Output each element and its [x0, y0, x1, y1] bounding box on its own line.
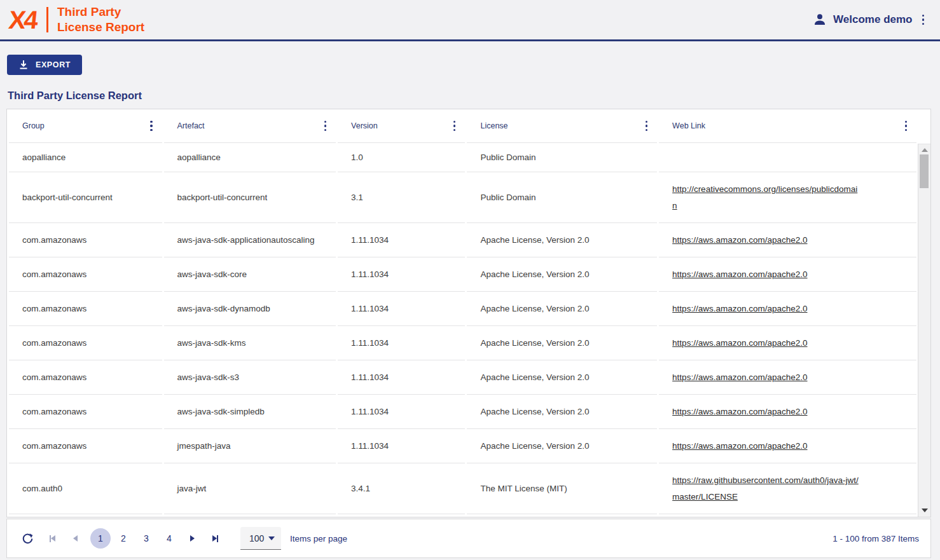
web-link[interactable]: https://raw.githubusercontent.com/auth0/… [672, 472, 861, 505]
pagination-bar: 1234 100 Items per page 1 - 100 from 387… [6, 519, 931, 558]
previous-page-icon[interactable] [67, 531, 83, 546]
cell-artefact: aws-java-sdk-dynamodb [164, 292, 336, 326]
cell-weblink: https://raw.githubusercontent.com/auth0/… [659, 463, 916, 514]
table-header-row: GroupArtefactVersionLicenseWeb Link [9, 109, 916, 143]
cell-artefact: backport-util-concurrent [164, 172, 336, 223]
table-row: com.amazonawsaws-java-sdk-core1.11.1034A… [9, 257, 916, 292]
items-per-page-value: 100 [249, 533, 264, 543]
cell-weblink: https://aws.amazon.com/apache2.0 [659, 257, 916, 292]
first-page-icon[interactable] [45, 531, 60, 546]
items-per-page-label: Items per page [290, 534, 347, 543]
cell-version: 1.11.1034 [338, 429, 465, 463]
column-header-label: License [480, 121, 508, 130]
cell-group: com.amazonaws [9, 429, 162, 463]
cell-artefact: jmespath-java [164, 429, 336, 463]
table-row: com.amazonawsaws-java-sdk-applicationaut… [9, 223, 916, 257]
page-button-4[interactable]: 4 [159, 528, 179, 549]
column-menu-kebab-icon[interactable] [903, 119, 909, 133]
scroll-up-icon[interactable] [922, 148, 928, 152]
table-row: backport-util-concurrentbackport-util-co… [9, 172, 916, 223]
column-header-group: Group [9, 109, 162, 143]
cell-license: Apache License, Version 2.0 [467, 326, 657, 360]
x4-logo: X4 [8, 7, 38, 32]
cell-license: Apache License, Version 2.0 [467, 292, 657, 326]
column-header-label: Artefact [177, 121, 205, 130]
web-link[interactable]: https://aws.amazon.com/apache2.0 [672, 266, 807, 283]
app-title-line1: Third Party [57, 4, 144, 20]
table-row: com.amazonawsaws-java-sdk-kms1.11.1034Ap… [9, 326, 916, 360]
items-range-label: 1 - 100 from 387 Items [833, 534, 919, 543]
welcome-label: Welcome demo [833, 13, 912, 26]
column-header-label: Version [351, 121, 378, 130]
cell-license: Public Domain [467, 143, 657, 172]
web-link[interactable]: https://aws.amazon.com/apache2.0 [672, 404, 807, 420]
last-page-icon[interactable] [207, 531, 223, 546]
column-menu-kebab-icon[interactable] [148, 119, 155, 133]
cell-weblink: https://aws.amazon.com/apache2.0 [659, 360, 916, 395]
refresh-icon[interactable] [20, 531, 35, 546]
items-per-page-select[interactable]: 100 [240, 527, 281, 550]
cell-version: 1.11.1034 [338, 257, 465, 292]
cell-group: com.amazonaws [9, 326, 162, 360]
page-button-3[interactable]: 3 [136, 528, 156, 549]
page-button-1[interactable]: 1 [90, 528, 111, 549]
cell-artefact: jcommander [164, 514, 336, 517]
cell-group: aopalliance [9, 143, 162, 172]
license-table: GroupArtefactVersionLicenseWeb Link aopa… [7, 109, 918, 517]
scroll-down-icon[interactable] [922, 509, 928, 512]
vertical-scrollbar[interactable] [918, 144, 930, 517]
cell-artefact: aws-java-sdk-s3 [164, 360, 336, 395]
cell-weblink: https://aws.amazon.com/apache2.0 [659, 395, 916, 429]
user-menu-kebab-icon[interactable] [920, 13, 927, 27]
cell-weblink: http://creativecommons.org/licenses/publ… [659, 172, 916, 223]
cell-version: 3.1 [338, 172, 465, 223]
cell-version: 1.78 [338, 514, 465, 517]
column-menu-kebab-icon[interactable] [322, 119, 329, 133]
column-header-web-link: Web Link [659, 109, 916, 143]
table-row: aopallianceaopalliance1.0Public Domain [9, 143, 916, 172]
export-button[interactable]: EXPORT [7, 55, 82, 75]
cell-group: com.amazonaws [9, 395, 162, 429]
table-row: com.amazonawsaws-java-sdk-simpledb1.11.1… [9, 395, 916, 429]
web-link[interactable]: https://aws.amazon.com/apache2.0 [672, 438, 807, 454]
cell-version: 1.11.1034 [338, 395, 465, 429]
cell-group: com.beust [9, 514, 162, 517]
cell-version: 3.4.1 [338, 463, 465, 514]
column-header-label: Group [22, 121, 45, 130]
web-link[interactable]: https://aws.amazon.com/apache2.0 [672, 335, 807, 352]
page-button-2[interactable]: 2 [113, 528, 134, 549]
column-menu-kebab-icon[interactable] [644, 119, 650, 133]
cell-version: 1.11.1034 [338, 223, 465, 257]
cell-artefact: aws-java-sdk-kms [164, 326, 336, 360]
web-link[interactable]: https://aws.amazon.com/apache2.0 [672, 369, 807, 386]
next-page-icon[interactable] [184, 531, 200, 546]
column-header-artefact: Artefact [164, 109, 336, 143]
cell-version: 1.11.1034 [338, 292, 465, 326]
web-link[interactable]: https://aws.amazon.com/apache2.0 [672, 301, 807, 317]
cell-weblink [659, 143, 916, 172]
app-title-line2: License Report [57, 20, 144, 35]
cell-artefact: aws-java-sdk-applicationautoscaling [164, 223, 336, 257]
table-row: com.beustjcommander1.78Apache License, V… [9, 514, 916, 517]
cell-group: com.auth0 [9, 463, 162, 514]
cell-license: Apache License, Version 2.0 [467, 429, 657, 463]
logo-divider [46, 7, 48, 32]
page-title: Third Party License Report [8, 90, 940, 102]
column-header-label: Web Link [672, 121, 705, 130]
scrollbar-thumb[interactable] [920, 154, 929, 188]
cell-weblink: https://aws.amazon.com/apache2.0 [659, 292, 916, 326]
page-buttons: 1234 [90, 528, 182, 549]
table-row: com.amazonawsjmespath-java1.11.1034Apach… [9, 429, 916, 463]
column-menu-kebab-icon[interactable] [452, 119, 458, 133]
column-header-version: Version [338, 109, 465, 143]
cell-artefact: aws-java-sdk-core [164, 257, 336, 292]
app-header: X4 Third Party License Report Welcome de… [0, 0, 940, 41]
cell-weblink: https://aws.amazon.com/apache2.0 [659, 223, 916, 257]
app-logo: X4 Third Party License Report [9, 4, 144, 35]
table-row: com.amazonawsaws-java-sdk-s31.11.1034Apa… [9, 360, 916, 395]
web-link[interactable]: https://aws.amazon.com/apache2.0 [672, 232, 807, 249]
web-link[interactable]: http://creativecommons.org/licenses/publ… [672, 181, 861, 214]
person-icon [812, 12, 827, 27]
table-row: com.auth0java-jwt3.4.1The MIT License (M… [9, 463, 916, 514]
export-button-label: EXPORT [36, 60, 71, 69]
